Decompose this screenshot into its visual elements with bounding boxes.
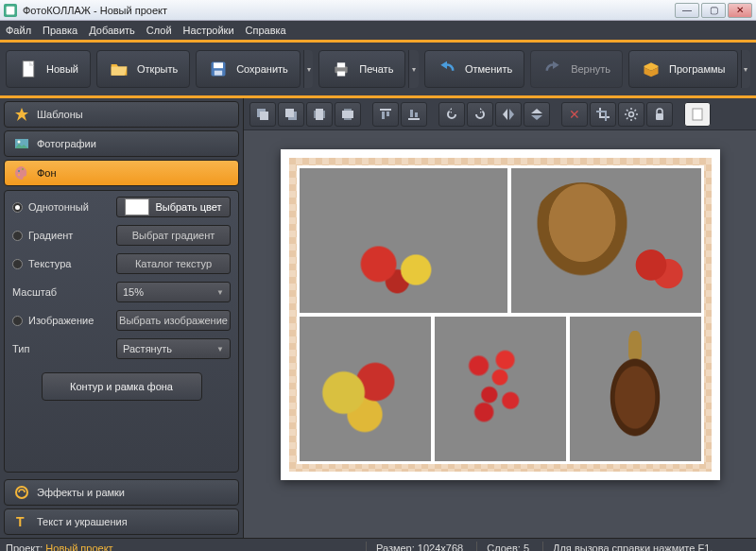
svg-point-10 <box>18 141 21 144</box>
layer-down-button[interactable] <box>249 102 276 127</box>
file-icon <box>18 59 39 79</box>
svg-rect-22 <box>316 109 323 120</box>
svg-rect-8 <box>337 72 345 77</box>
rotate-right-button[interactable] <box>467 102 493 127</box>
flip-v-button[interactable] <box>524 102 550 127</box>
pick-image-button[interactable]: Выбрать изображение <box>116 310 231 331</box>
sidebar-tab-background[interactable]: Фон <box>4 160 239 186</box>
svg-point-13 <box>18 174 20 176</box>
type-label: Тип <box>12 343 107 354</box>
gradient-radio-label[interactable]: Градиент <box>12 230 107 241</box>
bring-front-button[interactable] <box>306 102 333 127</box>
menu-edit[interactable]: Правка <box>43 25 77 36</box>
window-titlebar: ФотоКОЛЛАЖ - Новый проект — ▢ ✕ <box>0 0 756 21</box>
main-toolbar: Новый Открыть Сохранить ▾ Печать ▾ Отмен… <box>0 43 756 95</box>
svg-rect-25 <box>346 111 353 118</box>
photo-slot-2[interactable] <box>511 168 700 313</box>
type-select[interactable]: Растянуть▼ <box>116 338 231 359</box>
svg-rect-28 <box>387 112 389 116</box>
send-back-button[interactable] <box>335 102 361 127</box>
menu-help[interactable]: Справка <box>246 25 286 36</box>
settings-button[interactable] <box>618 102 644 127</box>
minimize-button[interactable]: — <box>675 3 699 18</box>
svg-rect-31 <box>415 112 418 117</box>
flip-h-button[interactable] <box>495 102 522 127</box>
programs-dropdown[interactable]: ▾ <box>741 50 751 88</box>
canvas-area: ✕ <box>244 98 756 538</box>
svg-rect-26 <box>380 109 391 111</box>
disk-icon <box>208 59 229 79</box>
svg-rect-7 <box>337 62 345 67</box>
new-button[interactable]: Новый <box>6 50 91 88</box>
svg-point-14 <box>16 487 27 498</box>
close-button[interactable]: ✕ <box>728 3 752 18</box>
canvas-viewport[interactable] <box>244 130 756 538</box>
svg-rect-2 <box>23 61 34 77</box>
sidebar-tab-text[interactable]: TТекст и украшения <box>4 508 239 535</box>
menu-file[interactable]: Файл <box>6 25 31 36</box>
programs-button[interactable]: Программы <box>628 50 737 88</box>
svg-point-11 <box>18 170 20 172</box>
rotate-left-button[interactable] <box>438 102 465 127</box>
svg-point-12 <box>22 168 24 170</box>
svg-rect-17 <box>260 112 268 120</box>
layer-up-button[interactable] <box>278 102 304 127</box>
crop-button[interactable] <box>590 102 616 127</box>
maximize-button[interactable]: ▢ <box>701 3 726 18</box>
align-top-button[interactable] <box>372 102 399 127</box>
photo-slot-5[interactable] <box>570 317 701 461</box>
scale-label: Масштаб <box>12 286 107 298</box>
photo-slot-4[interactable] <box>435 317 566 461</box>
window-title: ФотоКОЛЛАЖ - Новый проект <box>23 5 167 16</box>
fx-icon <box>14 485 29 500</box>
menu-layer[interactable]: Слой <box>146 25 172 36</box>
collage-frame <box>289 158 712 472</box>
delete-button[interactable]: ✕ <box>561 102 588 127</box>
open-button[interactable]: Открыть <box>96 50 190 88</box>
new-page-button[interactable] <box>684 102 711 127</box>
texture-radio-label[interactable]: Текстура <box>12 258 107 269</box>
sidebar-tab-effects[interactable]: Эффекты и рамки <box>4 479 239 506</box>
solid-radio-label[interactable]: Однотонный <box>12 201 107 213</box>
svg-rect-30 <box>410 110 413 117</box>
menu-add[interactable]: Добавить <box>89 25 135 36</box>
save-button[interactable]: Сохранить <box>196 50 301 88</box>
photo-slot-1[interactable] <box>300 168 508 313</box>
image-radio-label[interactable]: Изображение <box>12 315 107 326</box>
print-button[interactable]: Печать <box>318 50 405 88</box>
print-dropdown[interactable]: ▾ <box>408 50 419 88</box>
menu-settings[interactable]: Настройки <box>183 25 234 36</box>
undo-button[interactable]: Отменить <box>424 50 524 88</box>
svg-rect-33 <box>656 113 663 120</box>
palette-icon <box>14 165 29 181</box>
svg-rect-4 <box>214 62 223 68</box>
lock-button[interactable] <box>646 102 673 127</box>
svg-point-32 <box>629 112 634 116</box>
background-panel: Однотонный Выбрать цвет Градиент Выбрат … <box>4 190 239 473</box>
sidebar: Шаблоны Фотографии Фон Однотонный Выбрат… <box>0 98 244 538</box>
radio-icon <box>12 202 23 213</box>
box-icon <box>641 59 662 79</box>
svg-text:T: T <box>16 514 25 529</box>
status-help: Для вызова справки нажмите F1. <box>542 542 750 552</box>
pick-color-button[interactable]: Выбрать цвет <box>116 197 231 217</box>
redo-button[interactable]: Вернуть <box>530 50 623 88</box>
color-swatch <box>125 198 149 215</box>
pick-gradient-button[interactable]: Выбрат градиент <box>116 225 231 246</box>
sidebar-tab-templates[interactable]: Шаблоны <box>4 101 239 128</box>
svg-rect-5 <box>215 71 222 76</box>
align-bottom-button[interactable] <box>401 102 427 127</box>
save-dropdown[interactable]: ▾ <box>303 50 314 88</box>
sidebar-tab-photos[interactable]: Фотографии <box>4 130 239 157</box>
texture-catalog-button[interactable]: Каталог текстур <box>116 253 231 274</box>
status-size: Размер: 1024x768 <box>366 542 463 552</box>
photo-icon <box>14 136 29 151</box>
chevron-down-icon: ▼ <box>216 345 224 353</box>
canvas-toolbar: ✕ <box>244 98 756 130</box>
scale-select[interactable]: 15%▼ <box>116 282 231 302</box>
printer-icon <box>331 59 352 79</box>
outline-frame-button[interactable]: Контур и рамка фона <box>42 372 202 401</box>
collage-canvas[interactable] <box>281 149 720 480</box>
photo-slot-3[interactable] <box>300 317 431 461</box>
app-icon <box>4 4 17 17</box>
